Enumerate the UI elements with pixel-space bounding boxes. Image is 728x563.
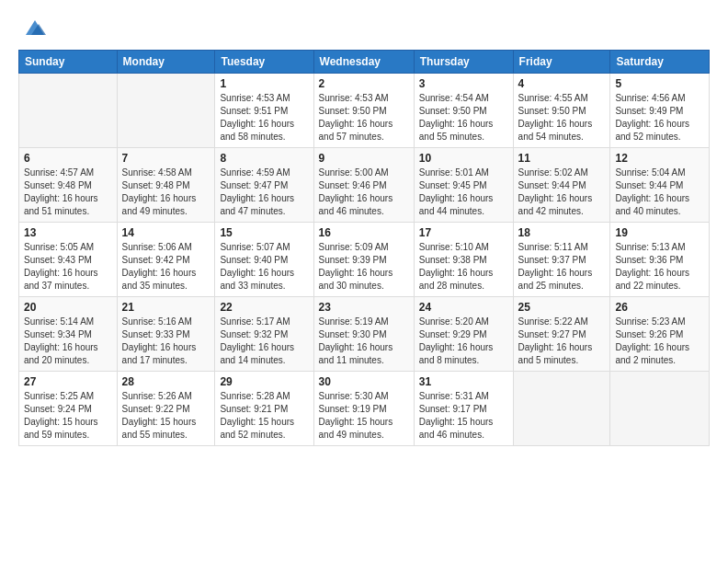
calendar-week-row: 6Sunrise: 4:57 AM Sunset: 9:48 PM Daylig… (19, 148, 710, 223)
day-number: 13 (24, 226, 112, 239)
day-number: 29 (220, 375, 308, 388)
day-info: Sunrise: 5:09 AM Sunset: 9:39 PM Dayligh… (319, 241, 409, 293)
day-info: Sunrise: 5:28 AM Sunset: 9:21 PM Dayligh… (220, 390, 308, 442)
logo-icon (22, 15, 48, 40)
calendar-cell: 30Sunrise: 5:30 AM Sunset: 9:19 PM Dayli… (313, 372, 414, 446)
day-info: Sunrise: 4:58 AM Sunset: 9:48 PM Dayligh… (122, 167, 210, 218)
calendar-cell: 18Sunrise: 5:11 AM Sunset: 9:37 PM Dayli… (513, 223, 610, 297)
calendar-cell: 25Sunrise: 5:22 AM Sunset: 9:27 PM Dayli… (513, 297, 610, 372)
day-number: 23 (319, 301, 409, 314)
calendar-cell: 6Sunrise: 4:57 AM Sunset: 9:48 PM Daylig… (19, 148, 118, 223)
page: SundayMondayTuesdayWednesdayThursdayFrid… (0, 0, 728, 563)
day-number: 1 (220, 77, 308, 90)
day-info: Sunrise: 5:30 AM Sunset: 9:19 PM Dayligh… (319, 390, 409, 442)
calendar-cell: 22Sunrise: 5:17 AM Sunset: 9:32 PM Dayli… (215, 297, 313, 372)
calendar-cell (610, 372, 710, 446)
day-info: Sunrise: 5:31 AM Sunset: 9:17 PM Dayligh… (419, 390, 508, 442)
day-info: Sunrise: 5:11 AM Sunset: 9:37 PM Dayligh… (518, 241, 606, 293)
day-number: 26 (615, 301, 704, 314)
day-number: 21 (122, 301, 210, 314)
day-number: 10 (419, 152, 508, 165)
day-number: 14 (122, 226, 210, 239)
day-info: Sunrise: 5:14 AM Sunset: 9:34 PM Dayligh… (24, 316, 112, 367)
calendar-cell: 24Sunrise: 5:20 AM Sunset: 9:29 PM Dayli… (414, 297, 513, 372)
calendar-cell: 16Sunrise: 5:09 AM Sunset: 9:39 PM Dayli… (313, 223, 414, 297)
day-of-week-header: Tuesday (215, 51, 313, 74)
day-number: 9 (319, 152, 409, 165)
day-number: 11 (518, 152, 606, 165)
day-info: Sunrise: 4:54 AM Sunset: 9:50 PM Dayligh… (419, 92, 508, 144)
day-info: Sunrise: 5:06 AM Sunset: 9:42 PM Dayligh… (122, 241, 210, 293)
calendar-week-row: 13Sunrise: 5:05 AM Sunset: 9:43 PM Dayli… (19, 223, 710, 297)
header (18, 15, 710, 40)
day-number: 15 (220, 226, 308, 239)
day-number: 22 (220, 301, 308, 314)
calendar-cell: 20Sunrise: 5:14 AM Sunset: 9:34 PM Dayli… (19, 297, 118, 372)
day-number: 30 (319, 375, 409, 388)
calendar-cell: 17Sunrise: 5:10 AM Sunset: 9:38 PM Dayli… (414, 223, 513, 297)
day-of-week-header: Saturday (610, 51, 710, 74)
calendar-cell (19, 74, 118, 148)
day-info: Sunrise: 4:55 AM Sunset: 9:50 PM Dayligh… (518, 92, 606, 144)
day-info: Sunrise: 5:22 AM Sunset: 9:27 PM Dayligh… (518, 316, 606, 367)
day-number: 19 (615, 226, 704, 239)
day-number: 27 (24, 375, 112, 388)
day-of-week-header: Sunday (19, 51, 118, 74)
day-number: 18 (518, 226, 606, 239)
day-info: Sunrise: 5:00 AM Sunset: 9:46 PM Dayligh… (319, 167, 409, 218)
calendar-cell: 19Sunrise: 5:13 AM Sunset: 9:36 PM Dayli… (610, 223, 710, 297)
calendar-cell: 13Sunrise: 5:05 AM Sunset: 9:43 PM Dayli… (19, 223, 118, 297)
calendar-cell: 14Sunrise: 5:06 AM Sunset: 9:42 PM Dayli… (117, 223, 215, 297)
day-number: 3 (419, 77, 508, 90)
day-info: Sunrise: 5:20 AM Sunset: 9:29 PM Dayligh… (419, 316, 508, 367)
calendar-week-row: 20Sunrise: 5:14 AM Sunset: 9:34 PM Dayli… (19, 297, 710, 372)
calendar-cell: 26Sunrise: 5:23 AM Sunset: 9:26 PM Dayli… (610, 297, 710, 372)
calendar-table: SundayMondayTuesdayWednesdayThursdayFrid… (18, 50, 710, 446)
calendar-header-row: SundayMondayTuesdayWednesdayThursdayFrid… (19, 51, 710, 74)
calendar-cell: 10Sunrise: 5:01 AM Sunset: 9:45 PM Dayli… (414, 148, 513, 223)
day-info: Sunrise: 5:07 AM Sunset: 9:40 PM Dayligh… (220, 241, 308, 293)
calendar-cell (513, 372, 610, 446)
day-info: Sunrise: 5:13 AM Sunset: 9:36 PM Dayligh… (615, 241, 704, 293)
calendar-cell: 15Sunrise: 5:07 AM Sunset: 9:40 PM Dayli… (215, 223, 313, 297)
day-number: 4 (518, 77, 606, 90)
day-number: 6 (24, 152, 112, 165)
day-info: Sunrise: 5:19 AM Sunset: 9:30 PM Dayligh… (319, 316, 409, 367)
day-number: 8 (220, 152, 308, 165)
calendar-cell: 5Sunrise: 4:56 AM Sunset: 9:49 PM Daylig… (610, 74, 710, 148)
calendar-cell: 8Sunrise: 4:59 AM Sunset: 9:47 PM Daylig… (215, 148, 313, 223)
day-number: 12 (615, 152, 704, 165)
calendar-cell: 11Sunrise: 5:02 AM Sunset: 9:44 PM Dayli… (513, 148, 610, 223)
calendar-cell: 7Sunrise: 4:58 AM Sunset: 9:48 PM Daylig… (117, 148, 215, 223)
calendar-cell: 27Sunrise: 5:25 AM Sunset: 9:24 PM Dayli… (19, 372, 118, 446)
day-number: 24 (419, 301, 508, 314)
calendar-cell: 3Sunrise: 4:54 AM Sunset: 9:50 PM Daylig… (414, 74, 513, 148)
calendar-cell: 4Sunrise: 4:55 AM Sunset: 9:50 PM Daylig… (513, 74, 610, 148)
logo (18, 15, 48, 40)
day-info: Sunrise: 5:17 AM Sunset: 9:32 PM Dayligh… (220, 316, 308, 367)
day-number: 2 (319, 77, 409, 90)
day-of-week-header: Wednesday (313, 51, 414, 74)
day-number: 31 (419, 375, 508, 388)
day-info: Sunrise: 4:53 AM Sunset: 9:50 PM Dayligh… (319, 92, 409, 144)
day-info: Sunrise: 5:25 AM Sunset: 9:24 PM Dayligh… (24, 390, 112, 442)
day-number: 7 (122, 152, 210, 165)
calendar-cell: 28Sunrise: 5:26 AM Sunset: 9:22 PM Dayli… (117, 372, 215, 446)
calendar-cell: 21Sunrise: 5:16 AM Sunset: 9:33 PM Dayli… (117, 297, 215, 372)
day-info: Sunrise: 5:04 AM Sunset: 9:44 PM Dayligh… (615, 167, 704, 218)
day-of-week-header: Monday (117, 51, 215, 74)
day-info: Sunrise: 4:57 AM Sunset: 9:48 PM Dayligh… (24, 167, 112, 218)
calendar-week-row: 27Sunrise: 5:25 AM Sunset: 9:24 PM Dayli… (19, 372, 710, 446)
day-info: Sunrise: 5:10 AM Sunset: 9:38 PM Dayligh… (419, 241, 508, 293)
day-info: Sunrise: 4:56 AM Sunset: 9:49 PM Dayligh… (615, 92, 704, 144)
day-info: Sunrise: 5:23 AM Sunset: 9:26 PM Dayligh… (615, 316, 704, 367)
day-number: 25 (518, 301, 606, 314)
day-of-week-header: Friday (513, 51, 610, 74)
day-number: 20 (24, 301, 112, 314)
calendar-cell: 29Sunrise: 5:28 AM Sunset: 9:21 PM Dayli… (215, 372, 313, 446)
calendar-cell: 1Sunrise: 4:53 AM Sunset: 9:51 PM Daylig… (215, 74, 313, 148)
day-number: 28 (122, 375, 210, 388)
calendar-cell: 23Sunrise: 5:19 AM Sunset: 9:30 PM Dayli… (313, 297, 414, 372)
calendar-cell: 12Sunrise: 5:04 AM Sunset: 9:44 PM Dayli… (610, 148, 710, 223)
day-info: Sunrise: 4:53 AM Sunset: 9:51 PM Dayligh… (220, 92, 308, 144)
